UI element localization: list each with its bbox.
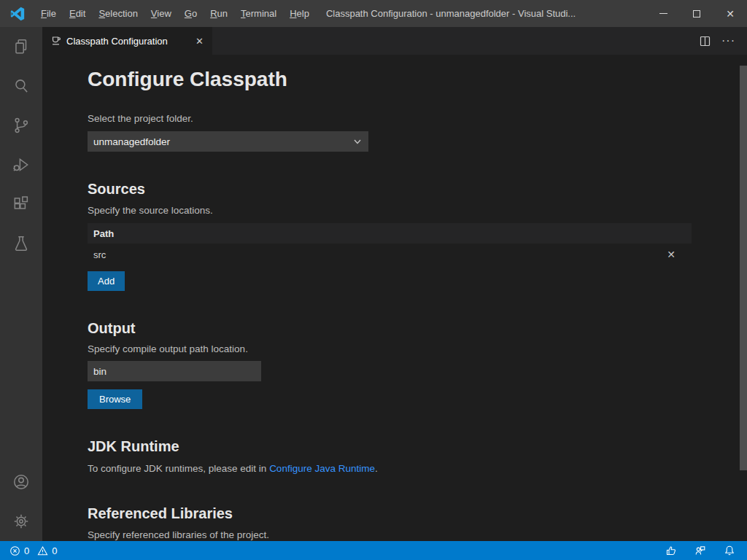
search-button[interactable] [0,66,42,106]
window-controls: ✕ [646,0,747,27]
classpath-configuration-page: Configure Classpath Select the project f… [42,55,747,541]
sources-description: Specify the source locations. [88,204,747,217]
feedback-icon[interactable] [694,545,706,556]
thumbsup-icon[interactable] [665,545,677,556]
sources-table: Path src ✕ [88,223,692,265]
menu-bar: File Edit Selection View Go Run Terminal… [34,5,316,22]
split-editor-icon[interactable] [699,35,711,47]
more-actions-icon[interactable]: ··· [721,34,735,47]
project-folder-label: Select the project folder. [88,112,747,125]
activity-bar [0,27,42,541]
menu-view[interactable]: View [144,5,178,22]
scrollbar-thumb[interactable] [740,66,747,470]
beaker-icon [12,234,31,253]
referenced-libraries-heading: Referenced Libraries [88,504,747,523]
menu-go[interactable]: Go [178,5,204,22]
menu-file[interactable]: File [34,5,63,22]
add-source-button[interactable]: Add [88,271,125,291]
minimize-button[interactable] [646,0,680,27]
explorer-button[interactable] [0,27,42,66]
close-tab-icon[interactable]: ✕ [193,34,206,48]
jdk-text-after: . [375,463,378,474]
project-folder-select[interactable]: unmanagedfolder [88,131,368,152]
classpath-cup-icon [50,35,66,47]
warning-icon [37,545,48,556]
editor-scrollbar [740,55,747,541]
path-header-label: Path [93,228,114,239]
tab-classpath-configuration[interactable]: Classpath Configuration ✕ [42,27,212,55]
run-debug-button[interactable] [0,145,42,184]
accounts-button[interactable] [0,462,42,502]
warning-count: 0 [52,545,57,556]
remove-source-icon[interactable]: ✕ [665,249,677,260]
configure-java-runtime-link[interactable]: Configure Java Runtime [269,463,375,474]
status-bar-right [665,545,747,556]
problems-status[interactable]: 0 0 [0,545,61,556]
output-heading: Output [88,319,747,338]
testing-button[interactable] [0,224,42,263]
close-window-button[interactable]: ✕ [713,0,747,27]
error-icon [9,545,20,556]
menu-selection[interactable]: Selection [92,5,144,22]
window-title: Classpath Configuration - unmanagedfolde… [326,8,646,19]
browse-button[interactable]: Browse [88,389,142,409]
output-path-input[interactable] [88,361,261,381]
sources-column-header: Path [88,223,692,244]
menu-edit[interactable]: Edit [63,5,92,22]
tab-label: Classpath Configuration [66,36,193,47]
jdk-runtime-text: To configure JDK runtimes, please edit i… [88,462,747,475]
page-title: Configure Classpath [88,66,747,93]
close-window-icon: ✕ [726,8,735,20]
search-icon [12,77,31,96]
maximize-icon [693,10,700,18]
title-bar: File Edit Selection View Go Run Terminal… [0,0,747,27]
source-control-icon [12,116,31,135]
sources-heading: Sources [88,179,747,198]
editor-actions: ··· [699,27,747,55]
maximize-button[interactable] [680,0,713,27]
jdk-runtime-heading: JDK Runtime [88,437,747,456]
status-bar: 0 0 [0,541,747,560]
extensions-icon [12,195,31,214]
vscode-logo-icon [9,6,26,22]
extensions-button[interactable] [0,184,42,224]
referenced-libraries-description: Specify referenced libraries of the proj… [88,529,747,541]
bell-icon[interactable] [724,545,735,556]
table-row[interactable]: src ✕ [88,244,692,265]
menu-help[interactable]: Help [283,5,316,22]
settings-button[interactable] [0,502,42,541]
run-debug-icon [12,155,31,174]
tab-bar: Classpath Configuration ✕ ··· [42,27,747,55]
source-path-value: src [93,249,106,260]
account-icon [12,472,31,491]
output-description: Specify compile output path location. [88,343,747,355]
jdk-text-before: To configure JDK runtimes, please edit i… [88,463,269,474]
source-control-button[interactable] [0,106,42,145]
error-count: 0 [24,545,29,556]
minimize-icon [659,13,667,14]
menu-run[interactable]: Run [204,5,234,22]
files-icon [12,37,31,56]
chevron-down-icon [352,136,363,147]
gear-icon [12,512,31,531]
project-folder-value: unmanagedfolder [93,136,170,147]
menu-terminal[interactable]: Terminal [234,5,283,22]
